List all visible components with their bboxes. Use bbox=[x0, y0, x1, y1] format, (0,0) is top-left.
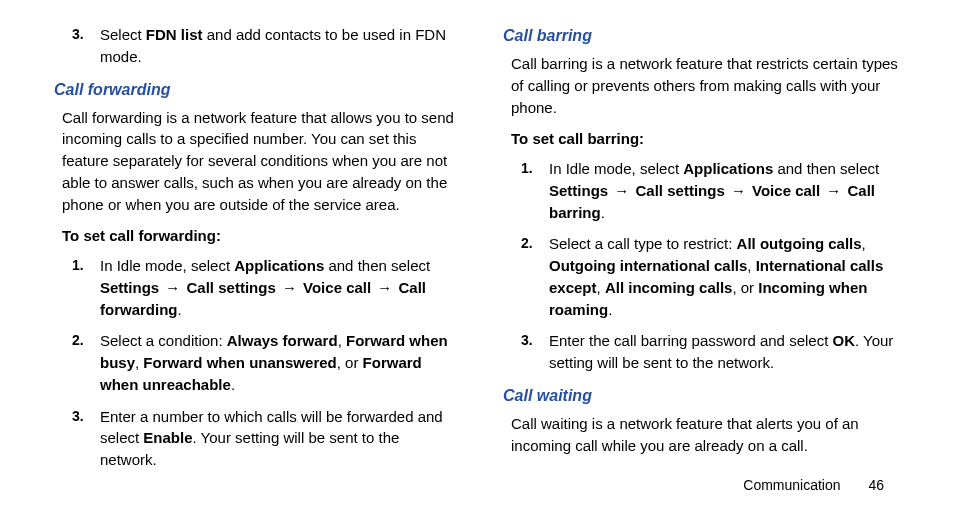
text: and then select bbox=[773, 160, 879, 177]
cf-step-3: 3. Enter a number to which calls will be… bbox=[72, 406, 457, 471]
step-number: 1. bbox=[521, 158, 533, 178]
call-barring-steps: 1. In Idle mode, select Applications and… bbox=[521, 158, 906, 374]
fdn-step-3: 3. Select FDN list and add contacts to b… bbox=[72, 24, 457, 68]
arrow-icon: → bbox=[725, 182, 752, 199]
always-forward-label: Always forward bbox=[227, 332, 338, 349]
enable-label: Enable bbox=[143, 429, 192, 446]
cf-step-1: 1. In Idle mode, select Applications and… bbox=[72, 255, 457, 320]
step-number: 3. bbox=[521, 330, 533, 350]
text: , or bbox=[337, 354, 363, 371]
voice-call-label: Voice call bbox=[303, 279, 371, 296]
call-waiting-heading: Call waiting bbox=[503, 384, 906, 407]
call-barring-description: Call barring is a network feature that r… bbox=[511, 53, 906, 118]
page-footer: Communication 46 bbox=[743, 477, 884, 493]
fdn-list-label: FDN list bbox=[146, 26, 203, 43]
text: , bbox=[862, 235, 866, 252]
all-outgoing-label: All outgoing calls bbox=[737, 235, 862, 252]
call-forwarding-subheading: To set call forwarding: bbox=[62, 225, 457, 247]
arrow-icon: → bbox=[371, 279, 398, 296]
arrow-icon: → bbox=[820, 182, 847, 199]
right-column: Call barring Call barring is a network f… bbox=[497, 24, 906, 481]
arrow-icon: → bbox=[608, 182, 635, 199]
text: . bbox=[601, 204, 605, 221]
text: , bbox=[747, 257, 755, 274]
footer-page-number: 46 bbox=[868, 477, 884, 493]
call-forwarding-description: Call forwarding is a network feature tha… bbox=[62, 107, 457, 216]
cf-step-2: 2. Select a condition: Always forward, F… bbox=[72, 330, 457, 395]
text: In Idle mode, select bbox=[100, 257, 234, 274]
settings-label: Settings bbox=[100, 279, 159, 296]
voice-call-label: Voice call bbox=[752, 182, 820, 199]
text: , or bbox=[732, 279, 758, 296]
fdn-list-continued: 3. Select FDN list and add contacts to b… bbox=[72, 24, 457, 68]
text: . bbox=[608, 301, 612, 318]
footer-section: Communication bbox=[743, 477, 840, 493]
call-barring-subheading: To set call barring: bbox=[511, 128, 906, 150]
step-number: 3. bbox=[72, 406, 84, 426]
text: , bbox=[338, 332, 346, 349]
call-forwarding-steps: 1. In Idle mode, select Applications and… bbox=[72, 255, 457, 471]
call-forwarding-heading: Call forwarding bbox=[54, 78, 457, 101]
arrow-icon: → bbox=[276, 279, 303, 296]
settings-label: Settings bbox=[549, 182, 608, 199]
text: . bbox=[178, 301, 182, 318]
step-number: 2. bbox=[72, 330, 84, 350]
call-waiting-description: Call waiting is a network feature that a… bbox=[511, 413, 906, 457]
left-column: 3. Select FDN list and add contacts to b… bbox=[48, 24, 457, 481]
applications-label: Applications bbox=[234, 257, 324, 274]
applications-label: Applications bbox=[683, 160, 773, 177]
page-content: 3. Select FDN list and add contacts to b… bbox=[0, 0, 954, 481]
call-settings-label: Call settings bbox=[187, 279, 276, 296]
cb-step-2: 2. Select a call type to restrict: All o… bbox=[521, 233, 906, 320]
arrow-icon: → bbox=[159, 279, 186, 296]
text: , bbox=[597, 279, 605, 296]
step-number: 2. bbox=[521, 233, 533, 253]
call-settings-label: Call settings bbox=[636, 182, 725, 199]
cb-step-3: 3. Enter the call barring password and s… bbox=[521, 330, 906, 374]
text: Enter the call barring password and sele… bbox=[549, 332, 832, 349]
text: Select a call type to restrict: bbox=[549, 235, 737, 252]
call-barring-heading: Call barring bbox=[503, 24, 906, 47]
step-number: 1. bbox=[72, 255, 84, 275]
text: . bbox=[231, 376, 235, 393]
forward-unanswered-label: Forward when unanswered bbox=[143, 354, 336, 371]
step-number: 3. bbox=[72, 24, 84, 44]
outgoing-intl-label: Outgoing international calls bbox=[549, 257, 747, 274]
all-incoming-label: All incoming calls bbox=[605, 279, 733, 296]
text: and then select bbox=[324, 257, 430, 274]
text: Select a condition: bbox=[100, 332, 227, 349]
cb-step-1: 1. In Idle mode, select Applications and… bbox=[521, 158, 906, 223]
text: Select bbox=[100, 26, 146, 43]
text: In Idle mode, select bbox=[549, 160, 683, 177]
ok-label: OK bbox=[832, 332, 855, 349]
